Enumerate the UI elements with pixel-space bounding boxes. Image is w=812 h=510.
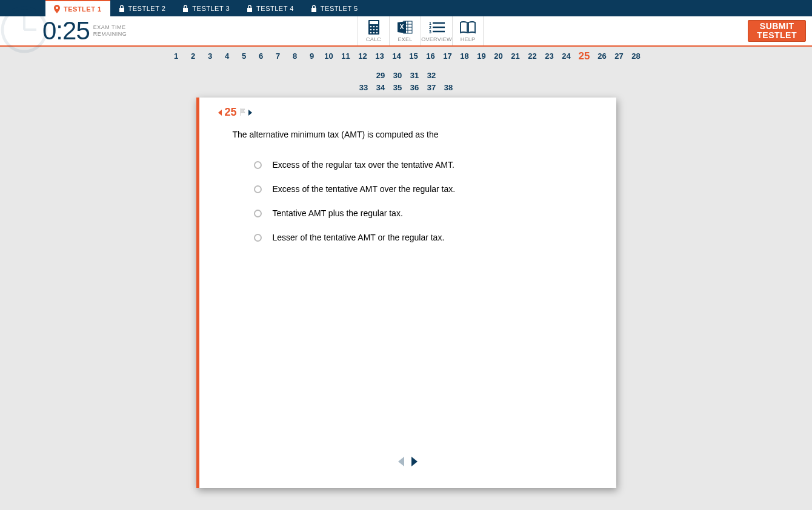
- question-nav-number[interactable]: 7: [273, 50, 283, 62]
- pin-icon: [54, 5, 60, 13]
- testlet-label: TESTLET 4: [256, 5, 294, 12]
- prev-question-arrow[interactable]: [218, 109, 222, 116]
- question-nav-number[interactable]: 6: [256, 50, 266, 62]
- question-nav-number[interactable]: 37: [427, 82, 436, 94]
- question-nav-number[interactable]: 10: [324, 50, 334, 62]
- toolbar: 0:25 EXAM TIME REMAINING CALC X EXEL 123…: [0, 16, 812, 47]
- question-nav-number[interactable]: 35: [393, 82, 402, 94]
- svg-text:X: X: [399, 24, 404, 30]
- question-nav-number[interactable]: 36: [410, 82, 419, 94]
- list-icon: 123: [429, 19, 445, 35]
- question-nav-number[interactable]: 22: [528, 50, 537, 62]
- testlet-tab-5[interactable]: TESTLET 5: [302, 0, 367, 16]
- radio-button[interactable]: [254, 161, 262, 169]
- prev-big-arrow[interactable]: [397, 455, 405, 470]
- answer-text: Tentative AMT plus the regular tax.: [273, 208, 403, 218]
- testlet-label: TESTLET 2: [128, 5, 166, 12]
- calculator-icon: [368, 19, 380, 35]
- testlet-label: TESTLET 5: [321, 5, 358, 12]
- question-nav-number[interactable]: 38: [444, 82, 453, 94]
- answer-option[interactable]: Tentative AMT plus the regular tax.: [254, 208, 592, 218]
- tool-exel[interactable]: X EXEL: [389, 16, 421, 45]
- question-nav-number[interactable]: 11: [341, 50, 351, 62]
- question-nav-number[interactable]: 3: [205, 50, 215, 62]
- testlet-tab-4[interactable]: TESTLET 4: [238, 0, 302, 16]
- question-nav-number[interactable]: 5: [239, 50, 249, 62]
- question-nav-number[interactable]: 30: [393, 70, 402, 82]
- question-nav-number[interactable]: 18: [460, 50, 470, 62]
- question-nav-number[interactable]: 34: [376, 82, 385, 94]
- question-nav-number[interactable]: 29: [376, 70, 385, 82]
- question-nav-number[interactable]: 15: [409, 50, 419, 62]
- svg-point-11: [370, 32, 371, 34]
- question-nav-number[interactable]: 32: [427, 70, 436, 82]
- tool-label: OVERVIEW: [421, 36, 452, 42]
- question-nav-number[interactable]: 28: [631, 50, 641, 62]
- question-nav-number[interactable]: 23: [545, 50, 554, 62]
- tool-label: EXEL: [398, 36, 412, 42]
- question-nav-number[interactable]: 13: [375, 50, 385, 62]
- svg-point-5: [370, 26, 371, 28]
- answer-option[interactable]: Excess of the regular tax over the tenta…: [254, 160, 592, 170]
- answer-option[interactable]: Lesser of the tentative AMT or the regul…: [254, 233, 592, 242]
- lock-icon: [311, 5, 317, 12]
- testlet-tab-3[interactable]: TESTLET 3: [174, 0, 238, 16]
- next-big-arrow[interactable]: [410, 455, 419, 470]
- question-nav-number[interactable]: 16: [426, 50, 436, 62]
- svg-rect-4: [370, 21, 378, 24]
- testlet-tab-2[interactable]: TESTLET 2: [110, 0, 175, 16]
- question-nav-number[interactable]: 26: [597, 50, 607, 62]
- svg-point-8: [370, 29, 371, 31]
- svg-point-10: [376, 29, 378, 31]
- testlet-tab-1[interactable]: TESTLET 1: [45, 0, 110, 16]
- question-nav-number[interactable]: 33: [359, 82, 368, 94]
- question-nav-number[interactable]: 20: [494, 50, 504, 62]
- answer-option[interactable]: Excess of the tentative AMT over the reg…: [254, 184, 592, 194]
- question-nav-number[interactable]: 21: [511, 50, 521, 62]
- tool-help[interactable]: HELP: [452, 16, 484, 45]
- question-number-current: 25: [225, 106, 237, 119]
- card-header: 25: [218, 106, 592, 119]
- tool-calc[interactable]: CALC: [358, 16, 389, 45]
- question-nav-number[interactable]: 17: [443, 50, 453, 62]
- lock-icon: [247, 5, 253, 12]
- testlet-nav: TESTLET 1 TESTLET 2 TESTLET 3 TESTLET 4 …: [0, 0, 812, 16]
- question-nav-number[interactable]: 24: [562, 50, 571, 62]
- tool-label: HELP: [461, 36, 476, 42]
- next-question-arrow[interactable]: [248, 109, 253, 116]
- svg-point-7: [376, 26, 378, 28]
- question-nav-number[interactable]: 14: [392, 50, 402, 62]
- radio-button[interactable]: [254, 185, 262, 193]
- question-nav-number[interactable]: 9: [307, 50, 317, 62]
- svg-text:3: 3: [429, 30, 431, 34]
- question-nav-number[interactable]: 2: [188, 50, 198, 62]
- radio-button[interactable]: [254, 210, 262, 217]
- svg-point-12: [373, 32, 374, 34]
- svg-point-9: [373, 29, 374, 31]
- book-icon: [459, 19, 476, 35]
- svg-point-6: [373, 26, 374, 28]
- answer-text: Lesser of the tentative AMT or the regul…: [273, 233, 445, 242]
- testlet-label: TESTLET 3: [192, 5, 230, 12]
- radio-button[interactable]: [254, 234, 262, 242]
- submit-testlet-button[interactable]: SUBMIT TESTLET: [748, 20, 806, 42]
- question-nav-number[interactable]: 19: [477, 50, 487, 62]
- question-nav-number[interactable]: 8: [290, 50, 300, 62]
- question-nav-number[interactable]: 1: [171, 50, 181, 62]
- question-nav-number[interactable]: 27: [614, 50, 624, 62]
- svg-point-13: [376, 32, 378, 34]
- timer-value: 0:25: [9, 16, 90, 45]
- excel-icon: X: [398, 19, 413, 35]
- timer-label: EXAM TIME REMAINING: [93, 24, 127, 38]
- timer: 0:25 EXAM TIME REMAINING: [0, 16, 127, 45]
- question-nav-number[interactable]: 4: [222, 50, 232, 62]
- svg-text:2: 2: [429, 25, 431, 30]
- flag-icon[interactable]: [240, 108, 245, 117]
- tool-label: CALC: [366, 36, 381, 42]
- question-nav-number[interactable]: 25: [579, 50, 590, 62]
- question-nav-number[interactable]: 12: [358, 50, 368, 62]
- question-prompt: The alternative minimum tax (AMT) is com…: [233, 130, 592, 139]
- tool-overview[interactable]: 123 OVERVIEW: [421, 16, 452, 45]
- answers-list: Excess of the regular tax over the tenta…: [254, 160, 592, 242]
- question-nav-number[interactable]: 31: [410, 70, 419, 82]
